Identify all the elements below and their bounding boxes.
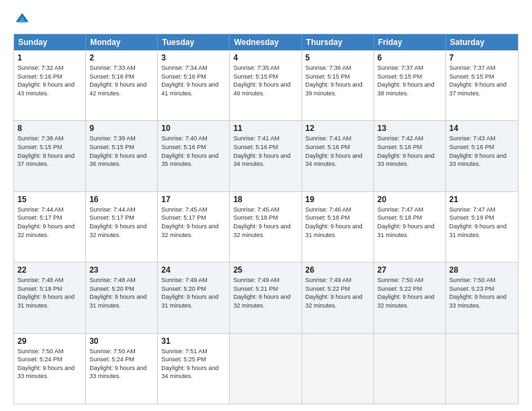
day-number: 8: [17, 124, 82, 133]
calendar-cell: 26Sunrise: 7:49 AMSunset: 5:22 PMDayligh…: [302, 263, 374, 332]
cell-info: Sunrise: 7:50 AMSunset: 5:23 PMDaylight:…: [449, 277, 506, 309]
calendar-cell: 15Sunrise: 7:44 AMSunset: 5:17 PMDayligh…: [14, 192, 86, 262]
calendar-row-3: 15Sunrise: 7:44 AMSunset: 5:17 PMDayligh…: [14, 192, 518, 263]
day-number: 28: [449, 265, 515, 275]
calendar-cell: 17Sunrise: 7:45 AMSunset: 5:17 PMDayligh…: [158, 192, 230, 262]
page-header: [13, 12, 519, 27]
day-number: 24: [161, 265, 226, 275]
day-number: 16: [89, 195, 154, 204]
calendar-cell: 16Sunrise: 7:44 AMSunset: 5:17 PMDayligh…: [86, 192, 158, 262]
cell-info: Sunrise: 7:44 AMSunset: 5:17 PMDaylight:…: [89, 206, 146, 238]
calendar-cell: 27Sunrise: 7:50 AMSunset: 5:22 PMDayligh…: [374, 263, 446, 332]
calendar-row-4: 22Sunrise: 7:48 AMSunset: 5:19 PMDayligh…: [14, 263, 518, 333]
cell-info: Sunrise: 7:37 AMSunset: 5:15 PMDaylight:…: [378, 64, 435, 97]
cell-info: Sunrise: 7:50 AMSunset: 5:22 PMDaylight:…: [378, 277, 435, 309]
cell-info: Sunrise: 7:40 AMSunset: 5:16 PMDaylight:…: [161, 135, 218, 167]
day-number: 25: [233, 265, 298, 275]
cell-info: Sunrise: 7:41 AMSunset: 5:16 PMDaylight:…: [233, 135, 290, 167]
day-number: 17: [161, 195, 226, 204]
calendar-cell: 31Sunrise: 7:51 AMSunset: 5:25 PMDayligh…: [158, 334, 230, 404]
day-number: 4: [233, 53, 298, 62]
cell-info: Sunrise: 7:45 AMSunset: 5:18 PMDaylight:…: [233, 206, 290, 238]
day-number: 13: [378, 124, 442, 133]
calendar-cell: 8Sunrise: 7:38 AMSunset: 5:15 PMDaylight…: [14, 121, 86, 191]
cell-info: Sunrise: 7:49 AMSunset: 5:21 PMDaylight:…: [233, 277, 290, 309]
logo-icon: [15, 12, 30, 27]
day-number: 15: [17, 195, 82, 204]
calendar-cell: 9Sunrise: 7:39 AMSunset: 5:15 PMDaylight…: [86, 121, 158, 191]
logo: [13, 12, 30, 27]
cell-info: Sunrise: 7:37 AMSunset: 5:15 PMDaylight:…: [449, 64, 506, 97]
header-cell-wednesday: Wednesday: [230, 34, 302, 50]
header-cell-monday: Monday: [86, 34, 158, 50]
calendar-cell: 4Sunrise: 7:35 AMSunset: 5:15 PMDaylight…: [230, 50, 302, 120]
calendar-cell: [446, 334, 518, 404]
cell-info: Sunrise: 7:32 AMSunset: 5:16 PMDaylight:…: [17, 64, 75, 97]
day-number: 11: [233, 124, 298, 133]
calendar-cell: 14Sunrise: 7:43 AMSunset: 5:16 PMDayligh…: [446, 121, 518, 191]
calendar-cell: 20Sunrise: 7:47 AMSunset: 5:18 PMDayligh…: [374, 192, 446, 262]
cell-info: Sunrise: 7:49 AMSunset: 5:20 PMDaylight:…: [161, 277, 218, 309]
calendar-cell: [374, 334, 446, 404]
cell-info: Sunrise: 7:38 AMSunset: 5:15 PMDaylight:…: [17, 135, 75, 167]
day-number: 9: [89, 124, 154, 133]
day-number: 27: [378, 265, 442, 275]
cell-info: Sunrise: 7:34 AMSunset: 5:16 PMDaylight:…: [161, 64, 218, 97]
day-number: 19: [306, 195, 370, 204]
day-number: 1: [17, 53, 82, 62]
calendar-cell: 24Sunrise: 7:49 AMSunset: 5:20 PMDayligh…: [158, 263, 230, 332]
calendar-cell: 25Sunrise: 7:49 AMSunset: 5:21 PMDayligh…: [230, 263, 302, 332]
calendar-cell: 11Sunrise: 7:41 AMSunset: 5:16 PMDayligh…: [230, 121, 302, 191]
calendar-cell: [302, 334, 374, 404]
cell-info: Sunrise: 7:45 AMSunset: 5:17 PMDaylight:…: [161, 206, 218, 238]
cell-info: Sunrise: 7:44 AMSunset: 5:17 PMDaylight:…: [17, 206, 75, 238]
day-number: 31: [161, 336, 226, 346]
day-number: 3: [161, 53, 226, 62]
calendar-header: SundayMondayTuesdayWednesdayThursdayFrid…: [14, 34, 518, 50]
calendar-row-5: 29Sunrise: 7:50 AMSunset: 5:24 PMDayligh…: [14, 334, 518, 404]
day-number: 22: [17, 265, 82, 275]
calendar-cell: 22Sunrise: 7:48 AMSunset: 5:19 PMDayligh…: [14, 263, 86, 332]
day-number: 10: [161, 124, 226, 133]
calendar-row-2: 8Sunrise: 7:38 AMSunset: 5:15 PMDaylight…: [14, 121, 518, 191]
day-number: 12: [306, 124, 370, 133]
calendar-cell: 7Sunrise: 7:37 AMSunset: 5:15 PMDaylight…: [446, 50, 518, 120]
cell-info: Sunrise: 7:47 AMSunset: 5:18 PMDaylight:…: [378, 206, 435, 238]
day-number: 18: [233, 195, 298, 204]
cell-info: Sunrise: 7:48 AMSunset: 5:20 PMDaylight:…: [89, 277, 146, 309]
calendar-cell: 6Sunrise: 7:37 AMSunset: 5:15 PMDaylight…: [374, 50, 446, 120]
day-number: 30: [89, 336, 154, 346]
day-number: 20: [378, 195, 442, 204]
calendar-cell: 29Sunrise: 7:50 AMSunset: 5:24 PMDayligh…: [14, 334, 86, 404]
cell-info: Sunrise: 7:33 AMSunset: 5:16 PMDaylight:…: [89, 64, 146, 97]
day-number: 26: [306, 265, 370, 275]
header-cell-thursday: Thursday: [302, 34, 374, 50]
header-cell-saturday: Saturday: [446, 34, 518, 50]
day-number: 6: [378, 53, 442, 62]
calendar-cell: 3Sunrise: 7:34 AMSunset: 5:16 PMDaylight…: [158, 50, 230, 120]
calendar-cell: 19Sunrise: 7:46 AMSunset: 5:18 PMDayligh…: [302, 192, 374, 262]
cell-info: Sunrise: 7:49 AMSunset: 5:22 PMDaylight:…: [306, 277, 363, 309]
cell-info: Sunrise: 7:41 AMSunset: 5:16 PMDaylight:…: [306, 135, 363, 167]
cell-info: Sunrise: 7:42 AMSunset: 5:16 PMDaylight:…: [378, 135, 435, 167]
day-number: 5: [306, 53, 370, 62]
calendar-cell: 10Sunrise: 7:40 AMSunset: 5:16 PMDayligh…: [158, 121, 230, 191]
calendar-cell: 2Sunrise: 7:33 AMSunset: 5:16 PMDaylight…: [86, 50, 158, 120]
calendar: SundayMondayTuesdayWednesdayThursdayFrid…: [13, 34, 519, 404]
calendar-cell: 5Sunrise: 7:36 AMSunset: 5:15 PMDaylight…: [302, 50, 374, 120]
cell-info: Sunrise: 7:36 AMSunset: 5:15 PMDaylight:…: [306, 64, 363, 97]
cell-info: Sunrise: 7:50 AMSunset: 5:24 PMDaylight:…: [89, 348, 146, 380]
day-number: 14: [449, 124, 515, 133]
day-number: 29: [17, 336, 82, 346]
calendar-cell: 30Sunrise: 7:50 AMSunset: 5:24 PMDayligh…: [86, 334, 158, 404]
cell-info: Sunrise: 7:47 AMSunset: 5:19 PMDaylight:…: [449, 206, 506, 238]
cell-info: Sunrise: 7:39 AMSunset: 5:15 PMDaylight:…: [89, 135, 146, 167]
calendar-cell: 1Sunrise: 7:32 AMSunset: 5:16 PMDaylight…: [14, 50, 86, 120]
calendar-page: SundayMondayTuesdayWednesdayThursdayFrid…: [0, 0, 532, 411]
cell-info: Sunrise: 7:51 AMSunset: 5:25 PMDaylight:…: [161, 348, 218, 380]
header-cell-friday: Friday: [374, 34, 446, 50]
day-number: 2: [89, 53, 154, 62]
calendar-cell: 13Sunrise: 7:42 AMSunset: 5:16 PMDayligh…: [374, 121, 446, 191]
calendar-cell: 28Sunrise: 7:50 AMSunset: 5:23 PMDayligh…: [446, 263, 518, 332]
day-number: 23: [89, 265, 154, 275]
